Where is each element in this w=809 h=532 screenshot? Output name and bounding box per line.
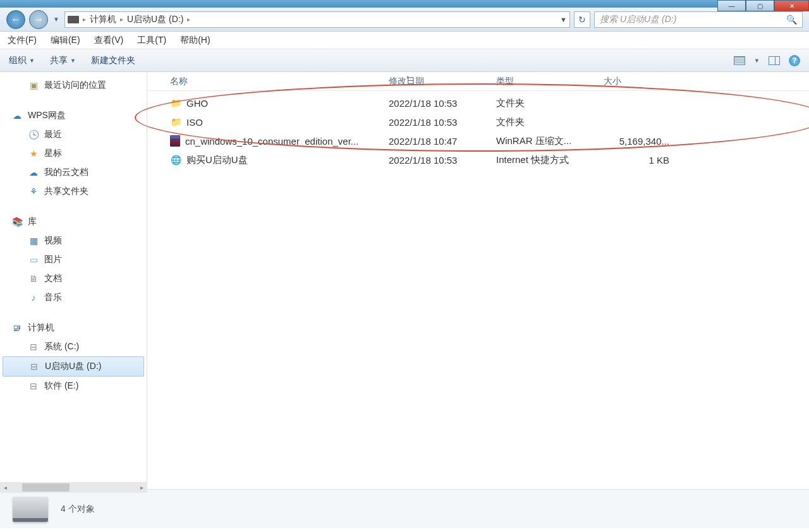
drive-icon: ⊟ — [28, 381, 39, 391]
internet-shortcut-icon: 🌐 — [170, 155, 181, 165]
search-placeholder: 搜索 U启动U盘 (D:) — [600, 14, 676, 25]
titlebar: — ▢ ✕ — [0, 0, 809, 8]
sidebar-item-drive-e[interactable]: ⊟软件 (E:) — [0, 377, 147, 396]
drive-icon: ⊟ — [28, 342, 39, 352]
close-button[interactable]: ✕ — [774, 0, 809, 11]
new-folder-button[interactable]: 新建文件夹 — [91, 55, 135, 66]
column-date[interactable]: 修改日期 — [384, 72, 491, 90]
sort-indicator-icon: ▴ — [406, 73, 410, 80]
file-list: ▴ 名称 修改日期 类型 大小 📁GHO2022/1/18 10:53文件夹📁I… — [147, 72, 809, 489]
file-name: cn_windows_10_consumer_edition_ver... — [185, 136, 358, 147]
drive-icon — [68, 16, 79, 23]
file-date: 2022/1/18 10:53 — [384, 117, 491, 128]
file-type: 文件夹 — [491, 97, 599, 109]
cloud-icon: ☁ — [28, 167, 39, 178]
help-button[interactable]: ? — [789, 55, 800, 66]
menu-edit[interactable]: 编辑(E) — [51, 35, 80, 46]
column-name[interactable]: 名称 — [165, 72, 384, 90]
file-row[interactable]: 📁GHO2022/1/18 10:53文件夹 — [147, 94, 809, 112]
menu-tools[interactable]: 工具(T) — [137, 35, 166, 46]
sidebar-item-music[interactable]: ♪音乐 — [0, 288, 147, 307]
sidebar-item-cloud-docs[interactable]: ☁我的云文档 — [0, 163, 147, 182]
drive-icon — [13, 497, 48, 522]
sidebar-item-star[interactable]: ★星标 — [0, 144, 147, 163]
breadcrumb-computer[interactable]: 计算机 — [90, 14, 116, 25]
file-name: GHO — [186, 98, 208, 109]
minimize-button[interactable]: — — [717, 0, 746, 11]
sidebar-item-drive-c[interactable]: ⊟系统 (C:) — [0, 337, 147, 356]
library-icon: 📚 — [11, 217, 23, 227]
computer-icon: 🖳 — [11, 323, 23, 333]
refresh-button[interactable]: ↻ — [574, 11, 590, 28]
file-size: 1 KB — [599, 155, 674, 166]
file-row[interactable]: 🌐购买U启动U盘2022/1/18 10:53Internet 快捷方式1 KB — [147, 150, 809, 169]
share-icon: ⚘ — [28, 186, 39, 196]
sidebar-item-recent[interactable]: 🕓最近 — [0, 125, 147, 144]
picture-icon: ▭ — [28, 255, 39, 265]
column-headers: ▴ 名称 修改日期 类型 大小 — [147, 72, 809, 91]
preview-pane-button[interactable] — [769, 56, 780, 65]
status-text: 4 个对象 — [61, 504, 95, 515]
organize-button[interactable]: 组织 ▼ — [9, 55, 35, 66]
address-row: ← → ▼ ▸ 计算机 ▸ U启动U盘 (D:) ▸ ▼ ↻ 搜索 U启动U盘 … — [0, 8, 809, 32]
file-type: Internet 快捷方式 — [491, 154, 599, 166]
folder-icon: 📁 — [170, 117, 181, 127]
folder-icon: 📁 — [170, 98, 181, 108]
back-button[interactable]: ← — [6, 10, 25, 29]
file-name: 购买U启动U盘 — [186, 154, 248, 166]
menu-view[interactable]: 查看(V) — [94, 35, 124, 46]
sidebar-item-documents[interactable]: 🗎文档 — [0, 269, 147, 288]
sidebar-item-computer[interactable]: 🖳计算机 — [0, 318, 147, 337]
video-icon: ▦ — [28, 236, 39, 246]
file-size: 5,169,340... — [599, 136, 674, 147]
maximize-button[interactable]: ▢ — [746, 0, 774, 11]
file-type: WinRAR 压缩文... — [491, 135, 599, 147]
file-row[interactable]: cn_windows_10_consumer_edition_ver...202… — [147, 131, 809, 150]
search-input[interactable]: 搜索 U启动U盘 (D:) 🔍 — [594, 11, 803, 28]
address-bar[interactable]: ▸ 计算机 ▸ U启动U盘 (D:) ▸ ▼ — [64, 11, 570, 28]
menu-help[interactable]: 帮助(H) — [180, 35, 210, 46]
chevron-down-icon: ▼ — [29, 57, 35, 64]
chevron-down-icon[interactable]: ▼ — [560, 16, 567, 23]
sidebar-item-videos[interactable]: ▦视频 — [0, 231, 147, 250]
sidebar-item-pictures[interactable]: ▭图片 — [0, 250, 147, 269]
share-button[interactable]: 共享 ▼ — [50, 55, 76, 66]
scroll-left-icon[interactable]: ◂ — [0, 484, 11, 491]
forward-button[interactable]: → — [29, 10, 48, 29]
star-icon: ★ — [28, 148, 39, 159]
menubar: 文件(F) 编辑(E) 查看(V) 工具(T) 帮助(H) — [0, 32, 809, 49]
status-bar: 4 个对象 — [0, 489, 809, 528]
sidebar: ▣最近访问的位置 ☁WPS网盘 🕓最近 ★星标 ☁我的云文档 ⚘共享文件夹 📚库… — [0, 72, 147, 489]
chevron-down-icon: ▼ — [70, 57, 76, 64]
nav-history-dropdown[interactable]: ▼ — [52, 16, 61, 23]
file-date: 2022/1/18 10:53 — [384, 155, 491, 166]
file-date: 2022/1/18 10:47 — [384, 136, 491, 147]
column-type[interactable]: 类型 — [491, 72, 599, 90]
sidebar-item-drive-d[interactable]: ⊟U启动U盘 (D:) — [3, 356, 144, 377]
file-name: ISO — [186, 117, 203, 128]
column-size[interactable]: 大小 — [599, 72, 674, 90]
chevron-right-icon: ▸ — [83, 16, 86, 23]
cloud-icon: ☁ — [11, 111, 23, 121]
file-type: 文件夹 — [491, 116, 599, 128]
document-icon: 🗎 — [28, 274, 39, 284]
sidebar-item-libraries[interactable]: 📚库 — [0, 212, 147, 231]
view-options-button[interactable] — [734, 56, 745, 65]
file-date: 2022/1/18 10:53 — [384, 98, 491, 109]
drive-icon: ⊟ — [28, 361, 40, 372]
file-row[interactable]: 📁ISO2022/1/18 10:53文件夹 — [147, 112, 809, 131]
sidebar-scrollbar[interactable]: ◂ ▸ — [0, 482, 147, 493]
recent-icon: ▣ — [28, 80, 39, 90]
chevron-right-icon: ▸ — [187, 16, 190, 23]
scrollbar-thumb[interactable] — [22, 483, 70, 492]
breadcrumb-drive[interactable]: U启动U盘 (D:) — [127, 14, 183, 25]
toolbar: 组织 ▼ 共享 ▼ 新建文件夹 ▼ ? — [0, 49, 809, 72]
sidebar-item-wps[interactable]: ☁WPS网盘 — [0, 106, 147, 125]
menu-file[interactable]: 文件(F) — [8, 35, 37, 46]
archive-icon — [170, 135, 180, 147]
sidebar-item-shared[interactable]: ⚘共享文件夹 — [0, 182, 147, 201]
music-icon: ♪ — [28, 293, 39, 303]
chevron-down-icon[interactable]: ▼ — [754, 57, 760, 64]
scroll-right-icon[interactable]: ▸ — [137, 484, 147, 491]
sidebar-item-recent-places[interactable]: ▣最近访问的位置 — [0, 76, 147, 95]
